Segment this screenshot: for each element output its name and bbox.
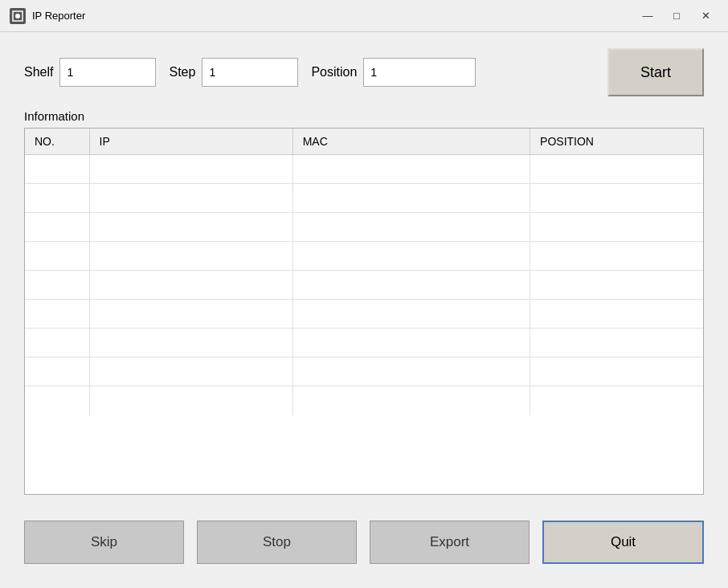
position-group: Position xyxy=(311,58,476,87)
col-header-position: POSITION xyxy=(530,129,703,155)
maximize-button[interactable]: □ xyxy=(664,6,689,26)
table-row xyxy=(25,300,703,329)
title-bar: IP Reporter — □ ✕ xyxy=(0,0,728,32)
shelf-label: Shelf xyxy=(24,65,53,80)
export-button[interactable]: Export xyxy=(370,521,530,564)
table-row xyxy=(25,329,703,357)
step-input[interactable] xyxy=(202,58,298,87)
stop-button[interactable]: Stop xyxy=(197,521,357,564)
col-header-no: NO. xyxy=(25,129,89,155)
minimize-button[interactable]: — xyxy=(635,6,661,26)
shelf-group: Shelf xyxy=(24,58,156,87)
main-content: Shelf Step Position Start Information NO… xyxy=(0,32,728,588)
quit-button[interactable]: Quit xyxy=(542,521,704,564)
top-row: Shelf Step Position Start xyxy=(24,48,704,96)
position-label: Position xyxy=(311,65,357,80)
skip-button[interactable]: Skip xyxy=(24,521,184,564)
title-controls: — □ ✕ xyxy=(635,6,718,26)
shelf-input[interactable] xyxy=(59,58,156,87)
svg-point-1 xyxy=(15,14,20,18)
table-row xyxy=(25,155,703,184)
position-input[interactable] xyxy=(363,58,476,87)
bottom-row: Skip Stop Export Quit xyxy=(24,508,704,572)
data-table: NO. IP MAC POSITION xyxy=(25,129,703,415)
table-row xyxy=(25,357,703,386)
title-left: IP Reporter xyxy=(10,8,85,24)
app-icon xyxy=(10,8,26,24)
table-body xyxy=(25,155,703,415)
info-section: Information NO. IP MAC POSITION xyxy=(24,109,704,495)
col-header-ip: IP xyxy=(89,129,292,155)
table-header-row: NO. IP MAC POSITION xyxy=(25,129,703,155)
col-header-mac: MAC xyxy=(292,129,530,155)
table-row xyxy=(25,213,703,242)
step-group: Step xyxy=(169,58,298,87)
info-label: Information xyxy=(24,109,704,123)
table-row xyxy=(25,386,703,415)
table-container: NO. IP MAC POSITION xyxy=(24,128,704,495)
table-row xyxy=(25,242,703,271)
close-button[interactable]: ✕ xyxy=(693,6,718,26)
table-row xyxy=(25,271,703,300)
start-button[interactable]: Start xyxy=(607,48,704,96)
title-text: IP Reporter xyxy=(32,10,85,22)
step-label: Step xyxy=(169,65,195,80)
table-row xyxy=(25,184,703,213)
